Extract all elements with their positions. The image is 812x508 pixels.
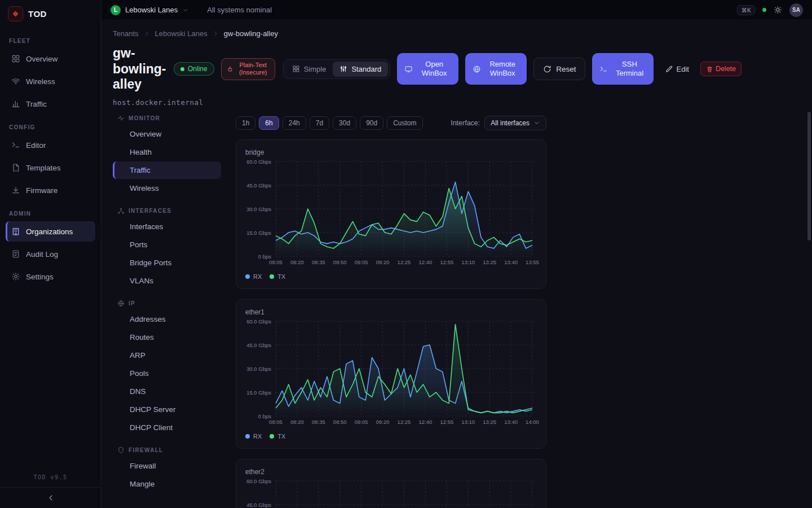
range-90d-button[interactable]: 90d xyxy=(360,116,383,130)
sidebar-item-label: Audit Log xyxy=(26,250,58,259)
monitor-icon xyxy=(404,65,413,73)
range-30d-button[interactable]: 30d xyxy=(333,116,356,130)
x-axis-label: 12:40 xyxy=(419,419,433,425)
download-icon xyxy=(11,186,20,195)
x-axis-label: 09:05 xyxy=(355,419,368,425)
command-palette-shortcut[interactable]: ⌘K xyxy=(737,5,755,15)
x-axis-label: 12:25 xyxy=(398,419,411,425)
subnav-item-arp[interactable]: ARP xyxy=(113,347,221,364)
subnav-item-wireless[interactable]: Wireless xyxy=(113,179,221,197)
sidebar-item-templates[interactable]: Templates xyxy=(6,157,95,178)
breadcrumb-item[interactable]: Lebowski Lanes xyxy=(155,29,208,38)
chart-title: bridge xyxy=(245,148,537,156)
subnav-item-dhcp-client[interactable]: DHCP Client xyxy=(113,419,221,436)
chevron-left-icon xyxy=(46,493,55,502)
charts-column: 1h6h24h7d30d90dCustom Interface: All int… xyxy=(236,112,546,508)
sidebar-item-editor[interactable]: Editor xyxy=(6,135,95,155)
y-axis: 0 bps15.0 Gbps30.0 Gbps45.0 Gbps60.0 Gbp… xyxy=(245,321,276,427)
theme-toggle-icon[interactable] xyxy=(774,6,782,14)
x-axis: 08:0508:2008:3508:5009:0509:2012:2512:40… xyxy=(276,259,532,267)
range-custom-button[interactable]: Custom xyxy=(387,116,422,130)
x-axis-label: 13:40 xyxy=(504,419,518,425)
breadcrumb-item: gw-bowling-alley xyxy=(224,29,278,38)
subnav-item-routes[interactable]: Routes xyxy=(113,329,221,346)
mode-standard-button[interactable]: Standard xyxy=(333,62,388,77)
subnav-item-firewall[interactable]: Firewall xyxy=(113,457,221,475)
chevron-down-icon xyxy=(182,7,189,14)
sidebar-item-label: Organizations xyxy=(26,227,73,236)
x-axis-label: 12:25 xyxy=(398,259,411,265)
subnav-item-vlans[interactable]: VLANs xyxy=(113,272,221,290)
topbar: L Lebowski Lanes All systems nominal ⌘K … xyxy=(102,0,812,20)
page-scrollbar[interactable] xyxy=(807,112,811,240)
sidebar-item-wireless[interactable]: Wireless xyxy=(6,71,95,91)
legend-item-rx: RX xyxy=(245,433,262,440)
edit-button[interactable]: Edit xyxy=(660,60,693,77)
breadcrumb-item[interactable]: Tenants xyxy=(113,29,139,38)
subnav-item-health[interactable]: Health xyxy=(113,143,221,161)
sidebar-item-label: Templates xyxy=(26,164,61,172)
range-24h-button[interactable]: 24h xyxy=(283,116,306,130)
interface-select-value: All interfaces xyxy=(491,119,529,127)
collapse-sidebar-button[interactable] xyxy=(0,487,101,508)
legend-item-rx: RX xyxy=(245,273,262,280)
sidebar-item-label: Wireless xyxy=(26,77,55,86)
sidebar-item-label: Firmware xyxy=(26,186,58,195)
y-axis-label: 30.0 Gbps xyxy=(246,366,271,372)
device-header: gw-bowling-alley Online Plain-Text (Inse… xyxy=(113,46,812,93)
y-axis: 0 bps15.0 Gbps30.0 Gbps45.0 Gbps60.0 Gbp… xyxy=(245,481,276,508)
app-name: TOD xyxy=(28,9,47,19)
sidebar-item-organizations[interactable]: Organizations xyxy=(6,221,95,242)
subnav-item-interfaces[interactable]: Interfaces xyxy=(113,218,221,235)
subnav-item-mangle[interactable]: Mangle xyxy=(113,475,221,493)
mode-simple-button[interactable]: Simple xyxy=(285,62,333,77)
device-subnav: MONITOROverviewHealthTrafficWirelessINTE… xyxy=(113,112,221,508)
y-axis-label: 60.0 Gbps xyxy=(246,478,271,484)
sidebar-item-traffic[interactable]: Traffic xyxy=(6,94,95,114)
ssh-terminal-button[interactable]: SSH Terminal xyxy=(592,53,654,85)
tenant-switcher[interactable]: L Lebowski Lanes All systems nominal xyxy=(111,5,272,15)
x-axis-label: 09:20 xyxy=(376,419,390,425)
range-1h-button[interactable]: 1h xyxy=(236,116,255,130)
app-logo-row: TOD xyxy=(0,0,101,28)
sidebar-section-config: CONFIG xyxy=(9,124,92,130)
x-axis-label: 08:50 xyxy=(333,419,347,425)
device-host: host.docker.internal xyxy=(113,98,812,107)
interface-label: Interface: xyxy=(451,119,480,127)
x-axis-label: 13:10 xyxy=(461,259,475,265)
subnav-item-addresses[interactable]: Addresses xyxy=(113,310,221,328)
trash-icon xyxy=(706,65,713,73)
traffic-chart-ether2 xyxy=(276,481,532,508)
terminal-icon xyxy=(11,141,20,150)
interface-select[interactable]: All interfaces xyxy=(484,116,546,130)
open-winbox-button[interactable]: Open WinBox xyxy=(397,53,458,85)
sidebar-item-audit-log[interactable]: Audit Log xyxy=(6,244,95,264)
x-axis-label: 13:25 xyxy=(483,419,496,425)
sidebar-item-label: Overview xyxy=(26,55,58,63)
page-title: gw-bowling-alley xyxy=(113,46,167,93)
subnav-item-pools[interactable]: Pools xyxy=(113,365,221,382)
x-axis-label: 08:20 xyxy=(290,259,304,265)
y-axis-label: 30.0 Gbps xyxy=(246,206,271,212)
subnav-item-traffic[interactable]: Traffic xyxy=(113,161,221,179)
delete-button[interactable]: Delete xyxy=(700,62,742,76)
sidebar-item-overview[interactable]: Overview xyxy=(6,49,95,69)
remote-winbox-button[interactable]: Remote WinBox xyxy=(465,53,527,85)
sidebar-item-settings[interactable]: Settings xyxy=(6,266,95,287)
x-axis-label: 13:55 xyxy=(526,259,539,265)
content-row: MONITOROverviewHealthTrafficWirelessINTE… xyxy=(113,112,812,508)
subnav-item-dhcp-server[interactable]: DHCP Server xyxy=(113,401,221,418)
user-avatar[interactable]: SA xyxy=(789,3,803,17)
sidebar-item-label: Traffic xyxy=(26,100,47,108)
sidebar-item-firmware[interactable]: Firmware xyxy=(6,180,95,200)
x-axis-label: 13:25 xyxy=(483,259,496,265)
range-6h-button[interactable]: 6h xyxy=(259,116,279,130)
reset-button[interactable]: Reset xyxy=(533,58,585,80)
app-logo-icon xyxy=(8,6,23,21)
range-7d-button[interactable]: 7d xyxy=(310,116,329,130)
subnav-item-bridge-ports[interactable]: Bridge Ports xyxy=(113,254,221,271)
x-axis: 08:0508:2008:3508:5009:0509:2012:2512:40… xyxy=(276,419,532,427)
subnav-item-ports[interactable]: Ports xyxy=(113,236,221,253)
subnav-item-overview[interactable]: Overview xyxy=(113,125,221,143)
subnav-item-dns[interactable]: DNS xyxy=(113,383,221,400)
